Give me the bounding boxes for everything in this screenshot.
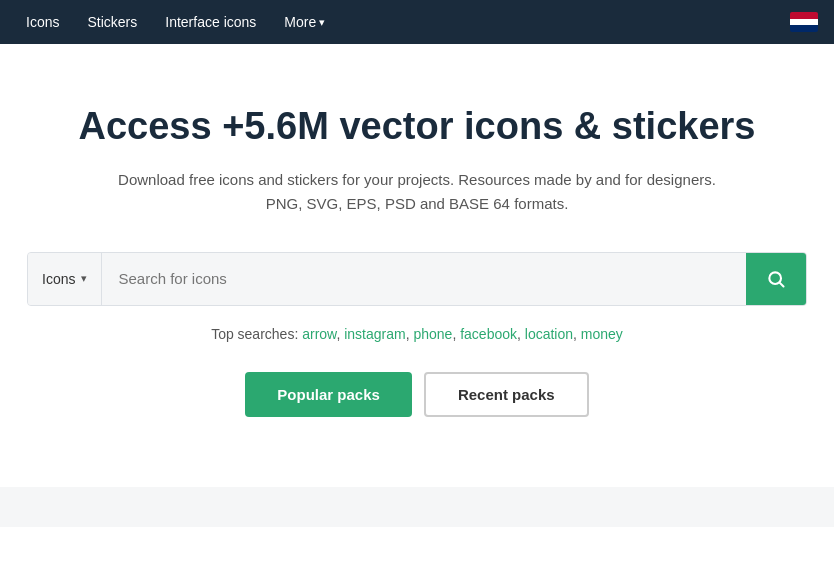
nav-stickers[interactable]: Stickers — [77, 8, 147, 36]
hero-title: Access +5.6M vector icons & stickers — [79, 104, 756, 150]
navbar: Icons Stickers Interface icons More — [0, 0, 834, 44]
bottom-strip — [0, 487, 834, 527]
top-searches-label: Top searches: — [211, 326, 298, 342]
recent-packs-button[interactable]: Recent packs — [424, 372, 589, 417]
top-search-location[interactable]: location — [525, 326, 573, 342]
top-searches: Top searches: arrow, instagram, phone, f… — [211, 326, 623, 342]
flag-blue-stripe — [790, 25, 818, 32]
search-type-dropdown[interactable]: Icons — [28, 253, 102, 305]
svg-line-1 — [780, 282, 784, 286]
top-search-arrow[interactable]: arrow — [302, 326, 336, 342]
pack-buttons: Popular packs Recent packs — [245, 372, 588, 417]
top-search-sep-4: , — [517, 326, 525, 342]
top-search-instagram[interactable]: instagram — [344, 326, 405, 342]
nav-interface-icons[interactable]: Interface icons — [155, 8, 266, 36]
search-type-label: Icons — [42, 271, 75, 287]
top-search-phone[interactable]: phone — [413, 326, 452, 342]
top-search-sep-5: , — [573, 326, 581, 342]
nav-more[interactable]: More — [274, 8, 335, 36]
flag-white-stripe — [790, 19, 818, 26]
search-button[interactable] — [746, 253, 806, 305]
top-search-facebook[interactable]: facebook — [460, 326, 517, 342]
search-input[interactable] — [102, 253, 746, 305]
flag-red-stripe — [790, 12, 818, 19]
hero-section: Access +5.6M vector icons & stickers Dow… — [0, 44, 834, 487]
search-icon — [766, 269, 786, 289]
search-bar: Icons — [27, 252, 807, 306]
popular-packs-button[interactable]: Popular packs — [245, 372, 412, 417]
hero-subtitle: Download free icons and stickers for you… — [107, 168, 727, 216]
nav-icons[interactable]: Icons — [16, 8, 69, 36]
top-search-money[interactable]: money — [581, 326, 623, 342]
language-flag[interactable] — [790, 12, 818, 32]
top-search-sep-3: , — [452, 326, 460, 342]
